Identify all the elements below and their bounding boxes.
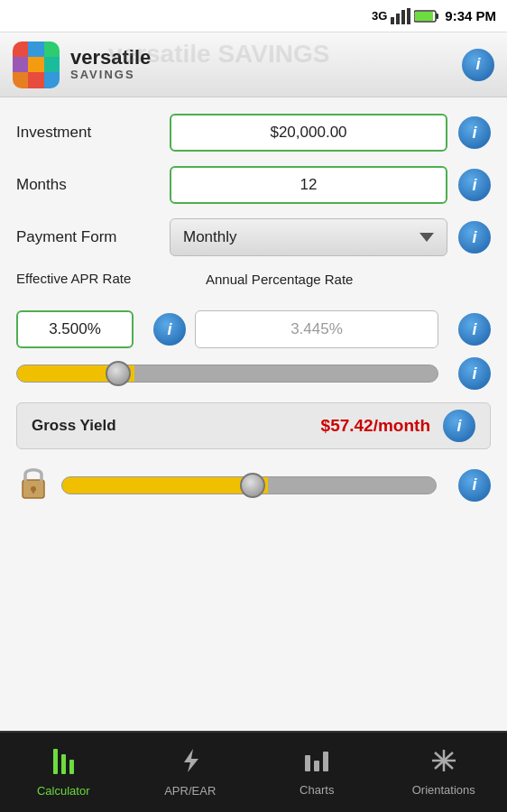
svg-rect-16 xyxy=(323,752,328,771)
payment-form-value: Monthly xyxy=(183,228,237,246)
svg-rect-3 xyxy=(407,8,410,24)
apr-label: Effective APR Rate xyxy=(16,271,197,286)
svg-point-21 xyxy=(441,758,447,763)
gross-yield-info-button[interactable]: i xyxy=(443,410,475,442)
svg-rect-11 xyxy=(61,754,66,774)
gross-yield-label: Gross Yield xyxy=(32,417,116,435)
apr-slider-row: i xyxy=(16,357,491,390)
months-label: Months xyxy=(16,176,170,194)
apr-slider-track[interactable] xyxy=(16,364,438,383)
svg-rect-0 xyxy=(391,17,394,24)
3g-icon: 3G xyxy=(372,9,387,23)
apr-inputs-row: i i xyxy=(16,310,491,348)
svg-rect-14 xyxy=(305,755,310,771)
status-bar: 3G 9:34 PM xyxy=(0,0,507,32)
apr-labels-row: Effective APR Rate Annual Percentage Rat… xyxy=(16,271,491,303)
app-title-sub: SAVINGS xyxy=(70,68,151,81)
bottom-nav: Calculator APR/EAR Charts xyxy=(0,731,507,812)
svg-marker-13 xyxy=(184,749,198,772)
svg-rect-6 xyxy=(415,12,433,21)
app-title-block: versatile SAVINGS xyxy=(70,48,151,81)
header-info-button[interactable]: i xyxy=(462,49,494,81)
gross-yield-row: Gross Yield $57.42/month i xyxy=(16,402,491,449)
nav-label-apr-ear: APR/EAR xyxy=(164,784,216,798)
apr-input[interactable] xyxy=(16,310,134,348)
investment-row: Investment i xyxy=(16,114,491,152)
investment-info-button[interactable]: i xyxy=(458,116,491,149)
months-input[interactable] xyxy=(170,166,447,204)
payment-form-info-button[interactable]: i xyxy=(458,221,491,254)
bolt-icon xyxy=(179,747,202,780)
investment-input[interactable] xyxy=(170,114,447,152)
battery-icon xyxy=(414,9,439,23)
svg-rect-12 xyxy=(69,760,74,774)
app-logo xyxy=(13,42,60,88)
svg-rect-15 xyxy=(314,761,319,771)
star-icon xyxy=(430,748,457,780)
lock-slider-info-button[interactable]: i xyxy=(458,469,491,502)
lock-slider-row: i xyxy=(16,462,491,508)
charts-icon xyxy=(303,748,330,780)
lock-icon xyxy=(16,462,51,508)
investment-label: Investment xyxy=(16,124,170,142)
months-info-button[interactable]: i xyxy=(458,169,491,201)
calculator-icon xyxy=(50,747,77,780)
nav-label-charts: Charts xyxy=(300,783,334,797)
gross-yield-value: $57.42/month xyxy=(321,416,430,436)
svg-rect-1 xyxy=(396,14,400,24)
payment-form-dropdown[interactable]: Monthly xyxy=(170,218,447,256)
nav-item-calculator[interactable]: Calculator xyxy=(0,733,127,812)
apr-section: Effective APR Rate Annual Percentage Rat… xyxy=(16,271,491,348)
yield-slider-track[interactable] xyxy=(61,476,437,494)
svg-rect-9 xyxy=(32,489,34,494)
app-title-main: versatile xyxy=(70,48,151,68)
months-row: Months i xyxy=(16,166,491,204)
svg-rect-5 xyxy=(436,14,438,19)
payment-form-row: Payment Form Monthly i xyxy=(16,218,491,256)
svg-rect-10 xyxy=(53,749,58,774)
nav-item-apr-ear[interactable]: APR/EAR xyxy=(127,733,254,812)
status-time: 9:34 PM xyxy=(445,8,496,23)
dropdown-arrow-icon xyxy=(419,233,434,242)
nav-label-calculator: Calculator xyxy=(37,784,90,798)
apr-slider-thumb[interactable] xyxy=(106,361,131,386)
slider-info-button[interactable]: i xyxy=(458,357,491,390)
svg-rect-2 xyxy=(401,10,405,24)
ear-info-button[interactable]: i xyxy=(458,313,491,346)
lock-svg xyxy=(16,462,51,502)
nav-item-charts[interactable]: Charts xyxy=(254,733,381,812)
main-content: Investment i Months i Payment Form Month… xyxy=(0,97,507,731)
signal-icons: 3G xyxy=(372,8,439,24)
signal-bars-icon xyxy=(391,8,410,24)
app-header: versatile SAVINGS versatile SAVINGS i xyxy=(0,32,507,97)
nav-item-orientations[interactable]: Orientations xyxy=(381,733,508,812)
yield-slider-thumb[interactable] xyxy=(240,473,265,498)
nav-label-orientations: Orientations xyxy=(412,783,475,797)
ear-input xyxy=(195,310,438,348)
apr-info-button[interactable]: i xyxy=(153,313,186,346)
annual-label: Annual Percentage Rate xyxy=(206,271,447,289)
payment-form-label: Payment Form xyxy=(16,228,170,246)
